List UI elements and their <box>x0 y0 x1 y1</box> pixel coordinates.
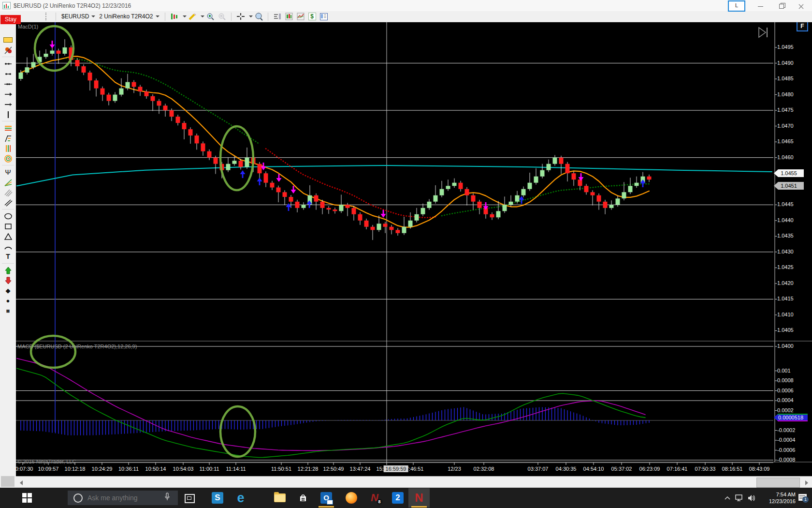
cortana-search-box[interactable] <box>68 491 178 505</box>
tool-fibtime[interactable] <box>0 143 16 153</box>
price-axis-label: 1.0490 <box>777 60 794 66</box>
tool-fan[interactable] <box>0 177 16 187</box>
firefox-icon <box>346 492 357 504</box>
scroll-right-button[interactable] <box>802 478 810 486</box>
tray-clock[interactable]: 7:54 AM 12/23/2016 <box>757 491 796 505</box>
time-axis-label: 10:50:14 <box>145 466 166 472</box>
tool-diagonal[interactable] <box>0 197 16 208</box>
tool-pitchfork[interactable]: Ψ <box>0 167 16 177</box>
taskbar-app-outlook[interactable]: O <box>316 488 337 508</box>
price-axis-label: 1.0460 <box>777 154 794 160</box>
search-input[interactable] <box>87 493 161 502</box>
tool-riskreward[interactable] <box>0 45 16 55</box>
toolbar-grip[interactable] <box>45 13 48 20</box>
tray-network-icon[interactable] <box>735 494 744 503</box>
tool-rect[interactable] <box>0 221 16 231</box>
taskbar-app-skype[interactable]: S <box>207 488 228 508</box>
crosshair-icon[interactable] <box>236 12 246 21</box>
restore-button[interactable] <box>771 1 791 11</box>
last-price-tag: 1.0455 <box>774 169 804 177</box>
tool-extline[interactable] <box>0 79 16 89</box>
tool-dot[interactable]: ● <box>0 296 16 306</box>
taskbar-app-file-explorer[interactable] <box>269 488 290 508</box>
clock-date: 12/23/2016 <box>757 498 796 505</box>
ninjatrader-icon: N <box>415 491 423 505</box>
tool-diamond[interactable]: ◆ <box>0 285 16 296</box>
time-axis-label: 12:50:49 <box>323 466 344 472</box>
macd-axis-label: 0.0008 <box>777 377 794 383</box>
tray-volume-icon[interactable] <box>747 494 757 504</box>
title-bar: $EURUSD (2 UniRenko T2R4O2) 12/23/2016 L <box>0 0 812 11</box>
drawing-tools-icon[interactable] <box>188 12 197 21</box>
chevron-down-icon <box>183 15 187 17</box>
tool-ellipse[interactable] <box>0 211 16 221</box>
properties-icon[interactable] <box>319 12 329 21</box>
instrument-list-icon[interactable]: $ <box>307 12 317 21</box>
chart-canvas[interactable] <box>0 0 812 508</box>
chart-horizontal-scrollbar[interactable] <box>16 476 812 488</box>
time-axis-label: 07:50:33 <box>695 466 716 472</box>
price-axis-label: 1.0485 <box>777 75 794 81</box>
taskbar-app-zapp[interactable]: 2 <box>387 488 408 508</box>
tool-fibcircle[interactable] <box>0 153 16 164</box>
zoom-out-icon[interactable] <box>217 12 227 21</box>
tool-vline[interactable] <box>0 109 16 120</box>
tool-fibext[interactable] <box>0 133 16 143</box>
price-axis-label: 1.0405 <box>777 327 794 333</box>
scrollbar-thumb[interactable] <box>756 478 800 488</box>
data-box-icon[interactable] <box>273 12 282 21</box>
indicators-icon[interactable] <box>296 12 305 21</box>
tool-parallel[interactable] <box>0 187 16 197</box>
tool-arrowdown[interactable] <box>0 275 16 285</box>
tool-arrowline[interactable] <box>0 89 16 99</box>
stay-in-draw-mode-button[interactable]: Stay <box>0 15 21 24</box>
taskbar-app-firefox[interactable] <box>341 488 362 508</box>
time-axis-label: 04:30:35 <box>556 466 577 472</box>
tool-arc[interactable] <box>0 241 16 252</box>
price-axis-label: 1.0470 <box>777 123 794 129</box>
task-view-button[interactable] <box>185 494 195 503</box>
tool-text[interactable]: T <box>0 252 16 262</box>
time-axis-label: 13:47:24 <box>350 466 371 472</box>
scroll-left-button[interactable] <box>18 478 26 486</box>
tool-square[interactable]: ■ <box>0 306 16 316</box>
macd-axis-label: 0.0004 <box>777 397 794 403</box>
minimize-button[interactable] <box>751 1 770 11</box>
time-axis-label: 10:09:57 <box>38 466 59 472</box>
tool-fibret[interactable] <box>0 123 16 133</box>
close-button[interactable] <box>792 1 811 11</box>
microphone-icon[interactable] <box>164 492 171 504</box>
macd-axis-label: -0.0008 <box>777 457 795 463</box>
taskbar-app-ninjatrader8[interactable]: N8 <box>364 488 385 508</box>
zoom-in-icon[interactable] <box>205 12 215 21</box>
taskbar-app-edge[interactable]: e <box>230 488 251 508</box>
chart-style-icon[interactable] <box>170 12 179 21</box>
tool-arrowup[interactable] <box>0 265 16 275</box>
tool-ray[interactable] <box>0 59 16 69</box>
tool-ruler[interactable] <box>0 35 16 45</box>
playback-marker-icon[interactable] <box>757 26 771 40</box>
price-axis-label: 1.0415 <box>777 296 794 301</box>
start-button[interactable] <box>22 493 33 504</box>
panel1-indicator-label: MacD(1) <box>18 24 38 30</box>
link-button[interactable]: L <box>728 0 745 12</box>
time-axis-label: 05:37:02 <box>611 466 632 472</box>
instrument-selector[interactable]: $EURUSD <box>59 12 97 21</box>
macd-axis-label: -0.0004 <box>777 437 795 443</box>
time-axis-label: 11:50:51 <box>271 466 291 472</box>
chart-trader-icon[interactable] <box>284 12 294 21</box>
taskbar-app-store[interactable] <box>292 488 314 508</box>
tool-triangle[interactable] <box>0 231 16 241</box>
zoom-region-icon[interactable] <box>254 12 263 21</box>
tool-hline[interactable] <box>0 99 16 109</box>
time-axis-label: 12:21:28 <box>298 466 319 472</box>
taskbar-app-ninjatrader[interactable]: N <box>408 488 430 508</box>
instrument-label: $EURUSD <box>61 13 89 20</box>
price-axis-label: 1.0495 <box>777 44 794 50</box>
tray-chevron-up-icon[interactable] <box>724 494 731 503</box>
time-axis-label: 11:00:11 <box>199 466 219 472</box>
interval-selector[interactable]: 2 UniRenko T2R4O2 <box>97 12 161 21</box>
notification-badge: 1 <box>802 496 809 503</box>
focus-button[interactable]: F <box>797 21 808 31</box>
tool-segment[interactable] <box>0 69 16 79</box>
